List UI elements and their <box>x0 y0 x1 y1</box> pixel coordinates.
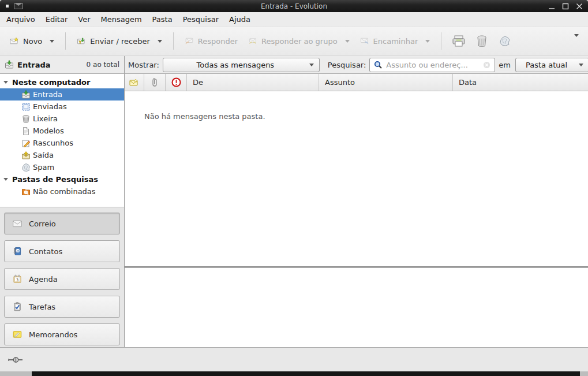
new-dropdown-caret[interactable] <box>50 40 54 43</box>
online-status-button[interactable] <box>7 353 27 367</box>
new-button[interactable]: Novo <box>5 33 59 49</box>
sidebar-item-nao-combinadas[interactable]: Não combinadas <box>0 185 124 198</box>
sidebar-item-entrada[interactable]: Entrada <box>0 88 124 100</box>
sidebar-item-rascunhos[interactable]: Rascunhos <box>0 137 124 149</box>
folder-title: Entrada <box>17 61 51 69</box>
menu-pasta[interactable]: Pasta <box>147 13 178 25</box>
sidebar-item-spam[interactable]: Spam <box>0 161 124 173</box>
filter-caret-icon <box>309 64 314 66</box>
column-message-status[interactable] <box>125 74 144 91</box>
send-receive-button[interactable]: Enviar / receber <box>72 33 167 49</box>
scope-caret-icon <box>579 64 583 66</box>
junk-icon <box>498 35 512 47</box>
forward-dropdown-caret[interactable] <box>425 40 430 43</box>
menu-editar[interactable]: Editar <box>40 13 73 25</box>
message-status-icon <box>129 79 139 87</box>
print-button[interactable] <box>447 31 470 51</box>
menu-ajuda[interactable]: Ajuda <box>224 13 256 25</box>
view-switcher: Correio @ Contatos <box>0 207 124 347</box>
switcher-correio[interactable]: Correio <box>4 213 120 234</box>
switcher-memorandos[interactable]: Memorandos <box>4 323 120 345</box>
inbox-icon <box>5 60 14 69</box>
window-menu-icon[interactable] <box>6 5 9 8</box>
mail-icon <box>13 219 22 228</box>
clear-search-icon[interactable] <box>482 60 491 69</box>
calendar-icon: 3 <box>13 274 22 284</box>
menu-ver[interactable]: Ver <box>73 13 95 25</box>
sidebar-item-saida[interactable]: Saída <box>0 149 124 161</box>
toolbar-overflow-button[interactable] <box>570 33 583 49</box>
column-important[interactable] <box>166 74 187 91</box>
mostrar-label: Mostrar: <box>128 61 159 69</box>
menu-arquivo[interactable]: Arquivo <box>1 13 40 25</box>
folder-sidebar: Neste computador Entrada <box>0 74 125 347</box>
memos-icon <box>13 330 22 339</box>
switcher-agenda[interactable]: 3 Agenda <box>4 268 120 290</box>
tree-group-neste-computador[interactable]: Neste computador <box>0 76 124 88</box>
print-icon <box>452 35 466 47</box>
search-scope-dropdown[interactable]: Pasta atual <box>515 58 588 72</box>
app-envelope-icon <box>14 3 23 9</box>
message-filter-dropdown[interactable]: Todas as mensagens <box>163 58 320 72</box>
message-list-pane: De Assunto Data Não há mensagens nesta p… <box>125 74 588 347</box>
window-bottom-edge <box>0 371 588 376</box>
message-list-area[interactable]: Não há mensagens nesta pasta. <box>125 91 588 266</box>
window-title: Entrada - Evolution <box>0 2 588 10</box>
toolbar: Novo Enviar / receber <box>0 27 588 55</box>
junk-button[interactable] <box>493 31 516 51</box>
column-assunto[interactable]: Assunto <box>319 74 453 91</box>
column-attachment[interactable] <box>144 74 166 91</box>
svg-text:3: 3 <box>16 278 18 282</box>
reply-group-button[interactable]: Responder ao grupo <box>243 33 355 49</box>
send-receive-icon <box>77 36 86 46</box>
sent-icon <box>21 102 31 111</box>
minimize-button[interactable] <box>548 2 556 10</box>
reply-icon <box>185 36 194 46</box>
switcher-contatos[interactable]: @ Contatos <box>4 240 120 262</box>
overflow-caret-icon <box>574 34 579 46</box>
delete-button[interactable] <box>470 31 493 51</box>
tree-group-pastas-de-pesquisas[interactable]: Pastas de Pesquisas <box>0 173 124 185</box>
close-button[interactable] <box>575 2 583 10</box>
folder-message-count: 0 ao total <box>87 61 119 69</box>
trash-icon <box>21 114 31 124</box>
send-receive-dropdown-caret[interactable] <box>158 40 162 43</box>
sidebar-item-enviadas[interactable]: Enviadas <box>0 100 124 113</box>
forward-button[interactable]: Encaminhar <box>355 33 436 49</box>
menu-pesquisar[interactable]: Pesquisar <box>178 13 224 25</box>
search-icon[interactable] <box>373 60 383 69</box>
evolution-window: Entrada - Evolution Arquivo Editar Ver M… <box>0 0 588 376</box>
message-list-header: De Assunto Data <box>125 74 588 91</box>
filter-bar: Entrada 0 ao total Mostrar: Todas as men… <box>0 55 588 74</box>
expander-icon[interactable] <box>3 81 8 84</box>
titlebar: Entrada - Evolution <box>0 0 588 12</box>
search-input[interactable] <box>386 61 478 69</box>
online-status-icon <box>8 356 25 364</box>
templates-icon <box>21 126 31 136</box>
menubar: Arquivo Editar Ver Mensagem Pasta Pesqui… <box>0 12 588 27</box>
column-data[interactable]: Data <box>453 74 588 91</box>
folder-header: Entrada 0 ao total <box>0 56 125 73</box>
important-icon <box>171 77 181 87</box>
folder-tree: Neste computador Entrada <box>0 74 124 207</box>
column-de[interactable]: De <box>187 74 319 91</box>
menu-mensagem[interactable]: Mensagem <box>96 13 147 25</box>
pesquisar-label: Pesquisar: <box>328 61 366 69</box>
sidebar-item-modelos[interactable]: Modelos <box>0 125 124 137</box>
status-bar <box>0 347 588 371</box>
reply-group-dropdown-caret[interactable] <box>345 40 350 43</box>
junk-icon <box>21 163 31 172</box>
sidebar-item-lixeira[interactable]: Lixeira <box>0 113 124 125</box>
trash-icon <box>475 35 489 47</box>
outbox-icon <box>21 151 31 160</box>
forward-icon <box>360 36 369 46</box>
expander-icon[interactable] <box>3 178 8 181</box>
search-box <box>369 58 495 72</box>
new-message-icon <box>10 36 19 46</box>
reply-button[interactable]: Responder <box>179 33 243 49</box>
svg-text:@: @ <box>16 250 20 253</box>
empty-folder-message: Não há mensagens nesta pasta. <box>144 112 265 121</box>
switcher-tarefas[interactable]: Tarefas <box>4 296 120 318</box>
attachment-icon <box>151 77 158 87</box>
maximize-button[interactable] <box>561 2 570 10</box>
